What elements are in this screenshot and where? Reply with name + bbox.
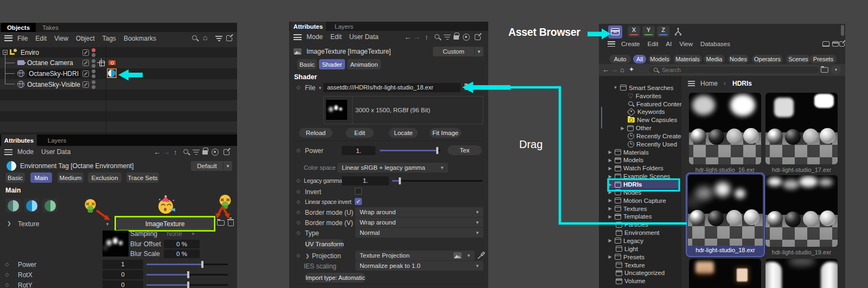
tree-item-featured-content[interactable]: Featured Content: [599, 100, 681, 108]
export-icon[interactable]: [839, 41, 845, 47]
file-chevron[interactable]: ▼: [318, 86, 322, 91]
edit-toggle-icon[interactable]: [82, 49, 89, 56]
tree-item-other[interactable]: ▶Other: [599, 124, 681, 132]
invert-checkbox[interactable]: [355, 188, 362, 195]
tab-objects[interactable]: Objects: [1, 23, 36, 32]
tree-row-enviro[interactable]: Enviro: [0, 47, 237, 58]
tab-takes[interactable]: Takes: [38, 23, 63, 32]
ies-scaling-dropdown[interactable]: Normalize peak to 1.0▼: [355, 261, 483, 271]
menu-edit[interactable]: Edit: [327, 33, 346, 41]
tree-item-watch-folders[interactable]: ▶Watch Folders: [599, 164, 681, 172]
export-icon[interactable]: [475, 34, 481, 40]
asset-browser-icon[interactable]: [608, 25, 622, 39]
back-icon[interactable]: ←: [404, 34, 411, 41]
visibility-dot-bottom[interactable]: [92, 53, 95, 57]
border-u-key-icon[interactable]: ◇: [296, 209, 301, 215]
filter-auto[interactable]: Auto: [609, 55, 631, 63]
tree-item-motion-capture[interactable]: ▶Motion Capture: [599, 196, 681, 204]
asset-card-19[interactable]: hdr-light-studio_19.exr: [765, 175, 838, 255]
menu-edit[interactable]: Edit: [31, 35, 50, 42]
tree-item-volume[interactable]: Volume: [599, 277, 681, 285]
visibility-dot-top[interactable]: [92, 80, 95, 84]
tree-row-octanesky-hdri[interactable]: OctaneSky-HDRI: [0, 68, 237, 79]
file-path-field[interactable]: assetdb:///HDRIs/hdr-light-studio_18.exr: [323, 83, 461, 92]
blur-offset-value[interactable]: 0 %: [164, 240, 200, 248]
object-label[interactable]: Octane Camera: [27, 59, 73, 67]
tree-item-recently-created[interactable]: Recently Created: [599, 132, 681, 140]
asset-card-18-selected[interactable]: hdr-light-studio_18.exr: [686, 172, 765, 257]
tree-item-textures[interactable]: ▶Textures: [599, 204, 681, 213]
tab-basic[interactable]: Basic: [297, 59, 317, 69]
filter-scenes[interactable]: Scenes: [786, 55, 810, 63]
visibility-dot-top[interactable]: [92, 69, 95, 73]
tree-item-models[interactable]: ▶Models: [599, 156, 681, 164]
menu-object[interactable]: Object: [72, 35, 99, 42]
legacy-gamma-value[interactable]: 1.: [342, 176, 389, 185]
roty-key-icon[interactable]: ◇: [4, 282, 10, 287]
breadcrumb-menu-icon[interactable]: [688, 81, 695, 86]
projection-expander[interactable]: ❯: [305, 253, 310, 259]
crosshair-icon[interactable]: [98, 59, 105, 66]
menu-view[interactable]: View: [50, 35, 72, 42]
up-icon[interactable]: ↑: [425, 34, 429, 41]
tree-item-nodes[interactable]: ▶Nodes: [599, 188, 681, 196]
filter-media[interactable]: Media: [704, 55, 725, 63]
linear-space-invert-checkbox[interactable]: ✓: [355, 198, 362, 205]
lock-icon[interactable]: [454, 35, 459, 40]
filter-operators[interactable]: Operators: [752, 55, 783, 63]
menu-file[interactable]: File: [14, 35, 31, 42]
rotx-value[interactable]: 0: [103, 270, 143, 279]
power-slider[interactable]: [146, 264, 228, 265]
asset-card-16[interactable]: hdr-light-studio_16.exr: [689, 93, 761, 173]
filter-all[interactable]: All: [633, 55, 646, 63]
roty-value[interactable]: 0: [103, 280, 143, 288]
axis-x-button[interactable]: X: [628, 26, 640, 37]
rotx-slider[interactable]: [146, 274, 228, 276]
object-label[interactable]: OctaneSky-Visible: [27, 81, 80, 88]
invert-key-icon[interactable]: ◇: [296, 189, 301, 194]
power-slider[interactable]: [380, 150, 441, 151]
rotx-key-icon[interactable]: ◇: [4, 272, 10, 277]
expander-icon[interactable]: [3, 50, 8, 55]
tab-layers[interactable]: Layers: [331, 22, 356, 31]
menu-icon[interactable]: [608, 41, 615, 47]
edit-toggle-icon[interactable]: [82, 71, 89, 77]
target-icon[interactable]: [463, 34, 470, 41]
tree-item-texture[interactable]: Texture: [599, 261, 681, 269]
image-preview-thumbnail[interactable]: [326, 100, 347, 120]
uv-transform-button[interactable]: UV Transform: [305, 239, 344, 249]
linear-space-invert-key-icon[interactable]: ◇: [296, 199, 301, 204]
star-icon[interactable]: ✦: [629, 66, 634, 73]
tree-item-particles[interactable]: Particles: [599, 221, 681, 229]
projection-key-icon[interactable]: ◇: [296, 253, 301, 258]
filter-nodes[interactable]: Nodes: [728, 55, 749, 63]
home-icon[interactable]: ⌂: [203, 33, 207, 42]
menu-create[interactable]: Create: [617, 41, 644, 47]
forward-icon[interactable]: →: [611, 66, 618, 73]
tree-item-recently-used[interactable]: Recently Used: [599, 140, 681, 148]
tree-item-legacy[interactable]: ▶Legacy: [599, 236, 681, 245]
edit-button[interactable]: Edit: [346, 128, 374, 138]
menu-user-data[interactable]: User Data: [346, 33, 382, 41]
search-icon[interactable]: [434, 34, 441, 41]
border-v-key-icon[interactable]: ◇: [296, 220, 301, 225]
eyedropper-icon[interactable]: [477, 252, 485, 259]
menu-view[interactable]: View: [675, 41, 697, 47]
menu-edit[interactable]: Edit: [644, 41, 662, 47]
forward-icon[interactable]: →: [413, 34, 420, 41]
sampling-dropdown-arrow[interactable]: ▼: [191, 232, 195, 236]
fit-image-button[interactable]: Fit Image: [430, 128, 461, 138]
sampling-value[interactable]: None: [167, 230, 182, 238]
database-icon[interactable]: [822, 41, 829, 47]
filter-models[interactable]: Models: [648, 55, 671, 63]
file-browse-icon[interactable]: [464, 85, 472, 90]
visibility-dot-bottom[interactable]: [92, 64, 95, 68]
legacy-gamma-key-icon[interactable]: ◇: [296, 178, 301, 183]
blur-scale-value[interactable]: 0 %: [164, 249, 200, 258]
type-dropdown[interactable]: Normal▼: [355, 228, 483, 238]
tree-item-presets[interactable]: ▶Presets: [599, 253, 681, 261]
filter-presets[interactable]: Presets: [810, 55, 837, 63]
visibility-dot-bottom[interactable]: [92, 85, 95, 89]
view-dropdown[interactable]: ▼: [831, 66, 841, 74]
tree-item-favorites[interactable]: ♡Favorites: [599, 92, 681, 100]
